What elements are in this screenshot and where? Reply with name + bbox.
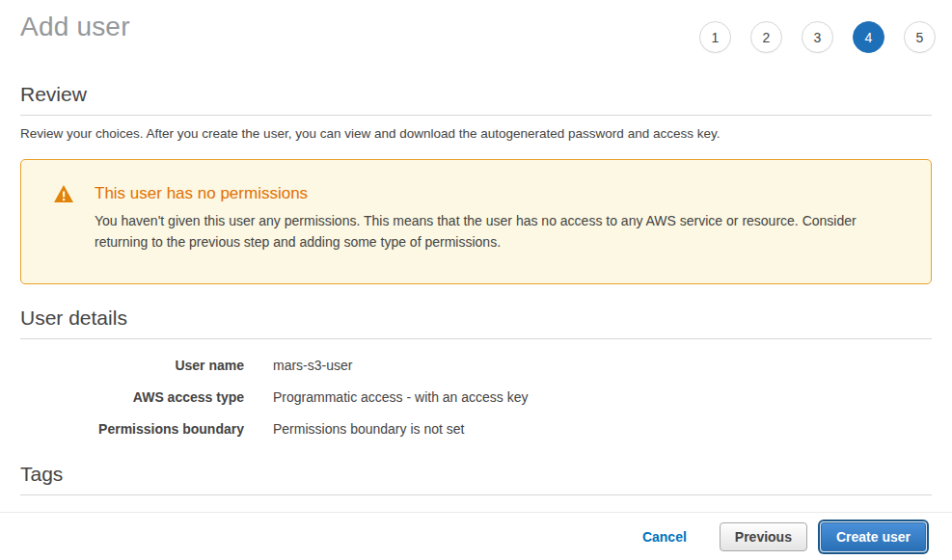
user-details-heading: User details (20, 307, 932, 330)
detail-row-access-type: AWS access type Programmatic access - wi… (20, 389, 932, 405)
create-user-button[interactable]: Create user (821, 522, 926, 551)
review-section: Review Review your choices. After you cr… (20, 83, 932, 141)
wizard-header: Add user 1 2 3 4 5 (0, 0, 952, 53)
user-details-divider (20, 338, 932, 339)
step-3-indicator: 3 (802, 21, 833, 53)
step-indicator: 1 2 3 4 5 (699, 21, 936, 53)
user-details-rows: User name mars-s3-user AWS access type P… (20, 358, 932, 437)
add-user-wizard-page: Add user 1 2 3 4 5 Review Review your ch… (0, 0, 952, 560)
previous-button[interactable]: Previous (720, 522, 807, 551)
detail-value: Permissions boundary is not set (273, 421, 464, 437)
review-heading: Review (20, 83, 932, 106)
step-2-number: 2 (763, 30, 771, 45)
tags-divider (20, 494, 932, 495)
detail-value: mars-s3-user (273, 358, 352, 373)
step-4-number: 4 (865, 30, 873, 45)
review-divider (20, 115, 932, 116)
warning-triangle-icon (54, 185, 73, 202)
details-content: User details User name mars-s3-user AWS … (0, 307, 952, 527)
detail-label: User name (20, 358, 244, 373)
step-1-number: 1 (712, 30, 720, 45)
page-title: Add user (20, 12, 130, 42)
tags-heading: Tags (20, 463, 932, 486)
step-2-indicator: 2 (750, 21, 782, 53)
warning-text-block: This user has no permissions You haven't… (95, 184, 892, 253)
detail-label: Permissions boundary (20, 421, 244, 437)
cancel-link[interactable]: Cancel (642, 529, 687, 545)
detail-value: Programmatic access - with an access key (273, 389, 529, 405)
warning-title: This user has no permissions (95, 184, 892, 203)
no-permissions-warning-banner: This user has no permissions You haven't… (20, 159, 932, 284)
detail-row-user-name: User name mars-s3-user (20, 358, 932, 373)
step-5-indicator: 5 (904, 21, 936, 53)
detail-label: AWS access type (20, 389, 244, 405)
step-5-number: 5 (916, 30, 924, 45)
step-1-indicator: 1 (699, 21, 731, 53)
detail-row-permissions-boundary: Permissions boundary Permissions boundar… (20, 421, 932, 437)
user-details-section: User details User name mars-s3-user AWS … (20, 307, 932, 437)
warning-body: You haven't given this user any permissi… (95, 210, 892, 253)
review-description: Review your choices. After you create th… (20, 126, 932, 141)
wizard-footer: Cancel Previous Create user (0, 512, 952, 560)
wizard-content: Review Review your choices. After you cr… (0, 83, 952, 141)
step-4-indicator-active: 4 (853, 21, 884, 53)
step-3-number: 3 (814, 30, 822, 45)
